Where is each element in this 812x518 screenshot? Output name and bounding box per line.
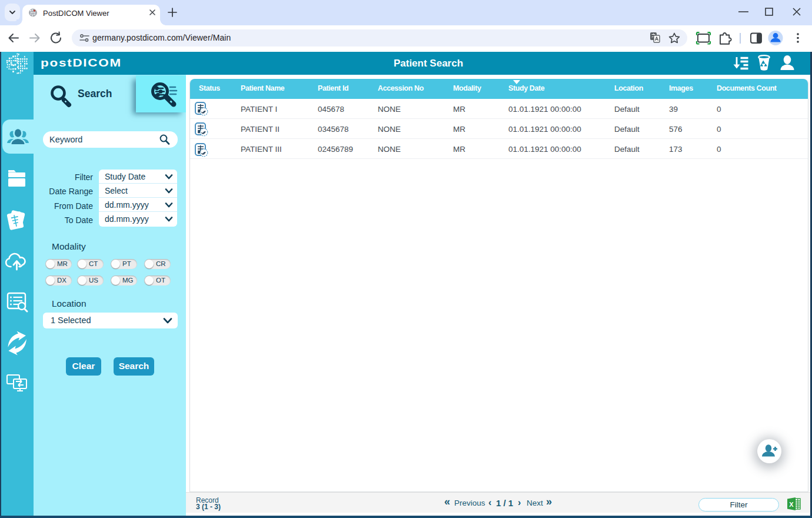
svg-text:X: X: [789, 501, 794, 508]
